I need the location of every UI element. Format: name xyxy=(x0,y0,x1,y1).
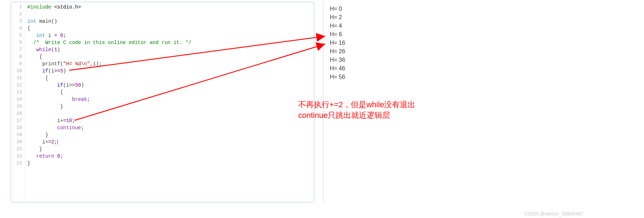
code-line[interactable]: int main() xyxy=(27,18,314,25)
code-line[interactable]: #include <stdio.h> xyxy=(27,4,314,11)
line-number: 14 xyxy=(11,96,25,103)
line-number: 18 xyxy=(11,124,25,131)
line-number: 22 xyxy=(11,153,25,160)
line-number: 6 xyxy=(11,39,25,46)
line-number: 13 xyxy=(11,89,25,96)
text-cursor xyxy=(58,140,58,145)
code-line[interactable]: while(1) xyxy=(27,46,314,53)
code-line[interactable]: /* Write C code in this online editor an… xyxy=(27,39,314,46)
line-number: 11 xyxy=(11,75,25,82)
output-line: H= 56 xyxy=(330,73,473,81)
line-number: 1 xyxy=(11,4,25,11)
code-line[interactable]: { xyxy=(27,89,314,96)
code-line[interactable]: } xyxy=(27,146,314,153)
annotation-text: 不再执行+=2，但是while没有退出 continue只跳出就近逻辑层 xyxy=(298,99,415,121)
code-line[interactable] xyxy=(27,110,314,117)
output-line: H= 46 xyxy=(330,64,473,73)
code-line[interactable]: i+=10; xyxy=(27,117,314,124)
code-line[interactable]: continue; xyxy=(27,124,314,131)
line-number: 21 xyxy=(11,146,25,153)
code-line[interactable]: return 0; xyxy=(27,153,314,160)
line-number: 4 xyxy=(11,25,25,32)
line-number: 23 xyxy=(11,160,25,167)
code-line[interactable]: { xyxy=(27,75,314,82)
line-number: 2 xyxy=(11,11,25,18)
code-line[interactable] xyxy=(27,11,314,18)
line-number: 3 xyxy=(11,18,25,25)
code-line[interactable]: printf("H= %d\n",i); xyxy=(27,60,314,67)
code-line[interactable]: break; xyxy=(27,96,314,103)
line-number: 8 xyxy=(11,53,25,60)
code-text-area[interactable]: #include <stdio.h>int main(){ int i = 0;… xyxy=(25,2,314,202)
line-number: 15 xyxy=(11,103,25,110)
code-line[interactable]: { xyxy=(27,25,314,32)
output-line: H= 6 xyxy=(330,30,473,39)
output-line: H= 2 xyxy=(330,13,473,22)
line-number: 16 xyxy=(11,110,25,117)
code-line[interactable]: } xyxy=(27,131,314,138)
output-line: H= 0 xyxy=(330,5,473,13)
output-line: H= 16 xyxy=(330,39,473,47)
code-editor-panel[interactable]: 1234567891011121314151617181920212223 #i… xyxy=(11,2,314,202)
line-number: 9 xyxy=(11,60,25,67)
annotation-line-1: 不再执行+=2，但是while没有退出 xyxy=(298,99,415,110)
line-number: 19 xyxy=(11,131,25,138)
line-number: 12 xyxy=(11,82,25,89)
line-number: 20 xyxy=(11,138,25,146)
line-number: 7 xyxy=(11,46,25,53)
output-line: H= 36 xyxy=(330,56,473,64)
line-number: 10 xyxy=(11,67,25,75)
output-line: H= 4 xyxy=(330,22,473,30)
line-number: 5 xyxy=(11,32,25,39)
watermark-text: CSDN @weixin_38849487 xyxy=(524,211,584,217)
code-line[interactable]: if(i>=50) xyxy=(27,82,314,89)
line-number-gutter: 1234567891011121314151617181920212223 xyxy=(11,2,25,202)
annotation-line-2: continue只跳出就近逻辑层 xyxy=(298,110,415,121)
code-line[interactable]: } xyxy=(27,160,314,167)
code-line[interactable]: int i = 0; xyxy=(27,32,314,39)
code-line[interactable]: { xyxy=(27,53,314,60)
code-line[interactable]: i+=2; xyxy=(27,138,314,146)
code-line[interactable]: if(i>=5) xyxy=(27,67,314,75)
output-line: H= 26 xyxy=(330,47,473,56)
code-line[interactable]: } xyxy=(27,103,314,110)
line-number: 17 xyxy=(11,117,25,124)
